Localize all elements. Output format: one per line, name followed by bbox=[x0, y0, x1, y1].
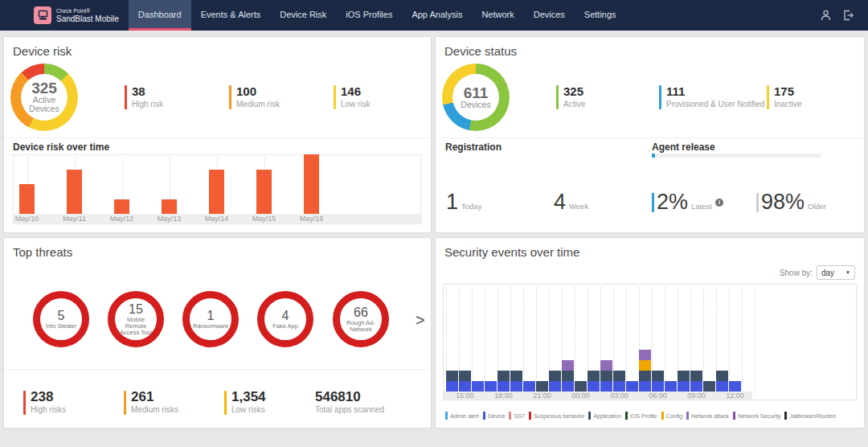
risk-bar-May/13 bbox=[162, 199, 177, 215]
legend-ios-profile: iOS Profile bbox=[625, 412, 657, 420]
legend-ss7: SS7 bbox=[509, 412, 525, 420]
security-events-panel: Security events over time Show by: day▼ … bbox=[435, 237, 865, 429]
event-seg-device bbox=[600, 381, 612, 392]
stat-total-apps-scanned: 546810Total apps scanned bbox=[315, 391, 384, 414]
threat-circle-rough-ad-network[interactable]: 66Rough Ad- Network bbox=[333, 291, 389, 347]
event-seg-application bbox=[703, 381, 715, 392]
top-threats-title: Top threats bbox=[13, 245, 72, 259]
security-events-chart: 15:0018:0021:0000:0003:0006:0009:0012:00 bbox=[443, 284, 857, 400]
agent-release-title: Agent release bbox=[652, 141, 715, 153]
event-seg-device bbox=[459, 381, 471, 392]
stat-high-risk: 38High risk bbox=[125, 85, 163, 109]
event-seg-application bbox=[549, 371, 561, 381]
threat-circle-ransomware[interactable]: 1Ransomware bbox=[182, 291, 239, 347]
security-events-title: Security events over time bbox=[444, 245, 579, 259]
nav-tab-app-analysis[interactable]: App Analysis bbox=[402, 0, 472, 31]
event-seg-device bbox=[690, 381, 702, 392]
checkpoint-logo-icon bbox=[34, 6, 51, 24]
event-seg-device bbox=[549, 381, 561, 392]
stat-inactive: 175Inactive bbox=[767, 85, 801, 109]
event-seg-device bbox=[613, 381, 625, 392]
event-seg-application bbox=[652, 371, 664, 381]
event-seg-application bbox=[459, 371, 471, 381]
device-status-title: Device status bbox=[444, 44, 517, 58]
risk-bar-May/10 bbox=[19, 184, 35, 214]
stat-medium-risk: 100Medium risk bbox=[229, 85, 280, 109]
event-seg-application bbox=[575, 381, 587, 392]
nav-tab-network[interactable]: Network bbox=[472, 0, 523, 31]
stat-provisioned-user-notified: 111Provisioned & User Notified bbox=[659, 85, 764, 109]
event-seg-device bbox=[626, 381, 638, 392]
nav-tab-device-risk[interactable]: Device Risk bbox=[270, 0, 336, 31]
event-seg-application bbox=[639, 371, 651, 381]
info-icon[interactable]: i bbox=[715, 199, 723, 207]
event-seg-device bbox=[716, 381, 728, 392]
big-stat-today: 1Today bbox=[446, 190, 481, 215]
nav-tab-settings[interactable]: Settings bbox=[575, 0, 626, 31]
device-risk-over-time-chart: May/10May/11May/12May/13May/14May/15May/… bbox=[13, 154, 421, 224]
event-seg-device bbox=[665, 381, 677, 392]
stat-low-risks: 1,354Low risks bbox=[224, 391, 266, 415]
next-threats-arrow[interactable]: > bbox=[416, 311, 425, 330]
show-by-label: Show by: bbox=[780, 269, 813, 277]
event-seg-application bbox=[510, 371, 522, 381]
registration-title: Registration bbox=[445, 141, 502, 153]
donut-center-label: Devices bbox=[29, 105, 59, 113]
threat-circle-mobile-remote-access-tool[interactable]: 15Mobile Remote Access Tool bbox=[108, 291, 164, 347]
brand-text: Check Point® SandBlast Mobile bbox=[56, 8, 119, 23]
divider bbox=[436, 137, 864, 138]
device-status-donut: 611 Devices bbox=[442, 64, 510, 131]
event-seg-device bbox=[446, 381, 458, 392]
nav-tab-events-alerts[interactable]: Events & Alerts bbox=[191, 0, 271, 31]
donut-center-label: Devices bbox=[461, 100, 490, 109]
risk-bar-May/16 bbox=[304, 154, 319, 214]
event-seg-network-attack bbox=[600, 360, 612, 371]
big-stat-latest: 2%Latesti bbox=[652, 190, 723, 215]
legend-jailbroken-rooted: Jailbroken/Rooted bbox=[784, 412, 835, 420]
brand-line2: SandBlast Mobile bbox=[56, 14, 119, 23]
threat-circle-info-stealer[interactable]: 5Info Stealer bbox=[33, 291, 89, 347]
donut-center-value: 611 bbox=[464, 86, 489, 100]
legend-network-security: Network Security bbox=[733, 412, 780, 420]
event-seg-device bbox=[510, 381, 522, 392]
top-threats-panel: Top threats 5Info Stealer15Mobile Remote… bbox=[3, 237, 432, 429]
event-seg-application bbox=[497, 371, 510, 381]
nav-tab-dashboard[interactable]: Dashboard bbox=[129, 0, 191, 31]
nav-tab-devices[interactable]: Devices bbox=[524, 0, 575, 31]
stat-low-risk: 146Low risk bbox=[334, 85, 371, 109]
event-seg-application bbox=[613, 371, 625, 381]
event-seg-device bbox=[472, 381, 484, 392]
stat-active: 325Active bbox=[556, 85, 585, 109]
device-risk-donut: 325 Active Devices bbox=[10, 64, 78, 131]
legend-config: Config bbox=[661, 412, 682, 420]
legend-network-attack: Network attack bbox=[686, 412, 729, 420]
agent-release-progress bbox=[652, 154, 821, 158]
device-risk-over-time-title: Device risk over time bbox=[13, 141, 109, 153]
risk-bar-May/12 bbox=[114, 199, 129, 215]
show-by-select[interactable]: day▼ bbox=[817, 265, 855, 280]
user-icon[interactable] bbox=[821, 10, 831, 21]
top-nav: Check Point® SandBlast Mobile DashboardE… bbox=[0, 0, 868, 31]
threat-circle-fake-app[interactable]: 4Fake App bbox=[257, 291, 313, 347]
logout-icon[interactable] bbox=[842, 10, 854, 21]
device-risk-panel: Device risk 325 Active Devices 38High ri… bbox=[3, 36, 432, 233]
legend-application: Application bbox=[588, 412, 621, 420]
divider bbox=[4, 369, 431, 370]
brand: Check Point® SandBlast Mobile bbox=[0, 0, 129, 31]
device-risk-title: Device risk bbox=[13, 44, 72, 58]
nav-tab-ios-profiles[interactable]: iOS Profiles bbox=[336, 0, 402, 31]
event-seg-device bbox=[497, 381, 510, 392]
big-stat-older: 98%Older bbox=[756, 190, 826, 215]
event-seg-application bbox=[716, 371, 728, 381]
device-status-panel: Device status 611 Devices 325Active111Pr… bbox=[435, 36, 865, 233]
event-seg-device bbox=[562, 381, 574, 392]
risk-bar-May/15 bbox=[256, 170, 272, 215]
donut-center-value: 325 bbox=[31, 81, 57, 96]
nav-tabs: DashboardEvents & AlertsDevice RiskiOS P… bbox=[129, 0, 626, 31]
event-seg-application bbox=[588, 371, 600, 381]
event-seg-device bbox=[485, 381, 497, 392]
security-events-legend: Admin alertDeviceSS7Suspicious behaviorA… bbox=[445, 412, 839, 420]
brand-line1: Check Point® bbox=[56, 8, 119, 14]
risk-bar-May/14 bbox=[209, 170, 224, 215]
event-seg-application bbox=[446, 371, 458, 381]
